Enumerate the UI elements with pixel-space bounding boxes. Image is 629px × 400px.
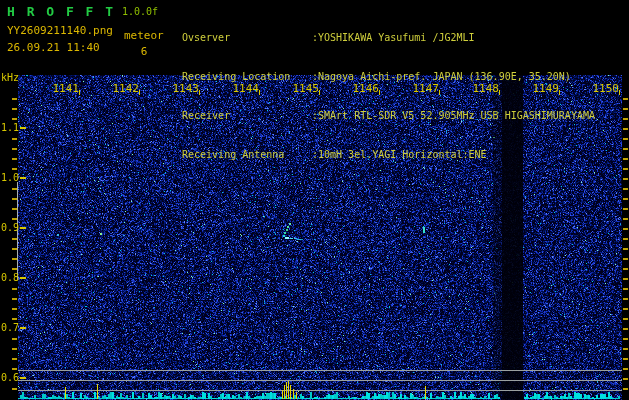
time-label: 1141 <box>52 82 79 95</box>
freq-label: 0.7 <box>0 322 19 333</box>
freq-minor-tick-right <box>623 148 628 150</box>
freq-minor-tick-left <box>12 268 17 270</box>
hrofft-window: H R O F F T 1.0.0f YY2609211140.png mete… <box>0 0 629 400</box>
freq-label: 0.8 <box>0 272 19 283</box>
freq-minor-tick-left <box>12 318 17 320</box>
time-label: 1143 <box>172 82 199 95</box>
time-label: 1146 <box>352 82 379 95</box>
freq-minor-tick-left <box>12 238 17 240</box>
freq-minor-tick-right <box>623 278 628 280</box>
time-label: 1147 <box>412 82 439 95</box>
time-label: 1148 <box>472 82 499 95</box>
freq-major-tick <box>20 277 26 279</box>
time-tick <box>199 90 200 95</box>
time-label: 1149 <box>532 82 559 95</box>
info-row-antenna: Receiving Antenna:10mH 3el.YAGI Horizont… <box>182 148 595 161</box>
meteor-count: 6 <box>133 45 155 58</box>
time-tick <box>559 90 560 95</box>
freq-minor-tick-left <box>12 288 17 290</box>
time-label: 1144 <box>232 82 259 95</box>
app-title: H R O F F T <box>7 4 115 19</box>
freq-minor-tick-right <box>623 178 628 180</box>
freq-minor-tick-left <box>12 248 17 250</box>
time-tick <box>79 90 80 95</box>
freq-minor-tick-left <box>12 108 17 110</box>
time-tick <box>259 90 260 95</box>
time-tick <box>319 90 320 95</box>
info-value: :YOSHIKAWA Yasufumi /JG2MLI <box>312 32 475 43</box>
freq-label: 1.0 <box>0 172 19 183</box>
freq-label: 1.1 <box>0 122 19 133</box>
info-value: :SMArt RTL-SDR V5 52.905MHz USB HIGASHIM… <box>312 110 595 121</box>
freq-minor-tick-right <box>623 348 628 350</box>
freq-major-tick <box>20 127 26 129</box>
freq-minor-tick-left <box>12 358 17 360</box>
freq-minor-tick-right <box>623 98 628 100</box>
freq-minor-tick-left <box>12 158 17 160</box>
info-row-observer: Ovserver:YOSHIKAWA Yasufumi /JG2MLI <box>182 31 595 44</box>
freq-minor-tick-right <box>623 388 628 390</box>
freq-minor-tick-left <box>12 98 17 100</box>
time-tick <box>379 90 380 95</box>
freq-minor-tick-right <box>623 168 628 170</box>
freq-minor-tick-left <box>12 258 17 260</box>
version-label: 1.0.0f <box>122 6 158 17</box>
freq-minor-tick-right <box>623 138 628 140</box>
freq-minor-tick-left <box>12 388 17 390</box>
info-label: Receiver <box>182 109 312 122</box>
freq-minor-tick-left <box>12 368 17 370</box>
freq-minor-tick-left <box>12 188 17 190</box>
freq-minor-tick-right <box>623 118 628 120</box>
time-tick <box>619 90 620 95</box>
freq-minor-tick-left <box>12 118 17 120</box>
freq-minor-tick-right <box>623 198 628 200</box>
freq-minor-tick-right <box>623 358 628 360</box>
freq-axis-unit: kHz <box>1 72 19 83</box>
station-info: Ovserver:YOSHIKAWA Yasufumi /JG2MLI Rece… <box>182 5 595 187</box>
info-label: Receiving Antenna <box>182 148 312 161</box>
freq-minor-tick-right <box>623 268 628 270</box>
freq-major-tick <box>20 327 26 329</box>
freq-minor-tick-left <box>12 218 17 220</box>
time-tick <box>439 90 440 95</box>
freq-minor-tick-right <box>623 208 628 210</box>
freq-minor-tick-left <box>12 298 17 300</box>
info-value: :10mH 3el.YAGI Horizontal:ENE <box>312 149 487 160</box>
freq-minor-tick-right <box>623 188 628 190</box>
mode-label: meteor <box>124 29 164 42</box>
freq-label: 0.9 <box>0 222 19 233</box>
freq-minor-tick-right <box>623 128 628 130</box>
freq-minor-tick-right <box>623 328 628 330</box>
time-label: 1145 <box>292 82 319 95</box>
freq-minor-tick-left <box>12 208 17 210</box>
time-tick <box>139 90 140 95</box>
freq-minor-tick-left <box>12 148 17 150</box>
freq-minor-tick-right <box>623 318 628 320</box>
freq-minor-tick-left <box>12 168 17 170</box>
freq-major-tick <box>20 177 26 179</box>
info-row-receiver: Receiver:SMArt RTL-SDR V5 52.905MHz USB … <box>182 109 595 122</box>
freq-minor-tick-right <box>623 288 628 290</box>
freq-minor-tick-right <box>623 228 628 230</box>
freq-minor-tick-left <box>12 308 17 310</box>
time-label: 1142 <box>112 82 139 95</box>
time-tick <box>499 90 500 95</box>
freq-minor-tick-left <box>12 198 17 200</box>
freq-minor-tick-right <box>623 248 628 250</box>
freq-minor-tick-right <box>623 368 628 370</box>
freq-minor-tick-right <box>623 218 628 220</box>
freq-minor-tick-right <box>623 238 628 240</box>
datetime-label: 26.09.21 11:40 <box>7 41 100 54</box>
freq-label: 0.6 <box>0 372 19 383</box>
freq-minor-tick-left <box>12 338 17 340</box>
info-value: :Nagoya Aichi-pref. JAPAN (136.90E, 35.2… <box>312 71 571 82</box>
output-filename: YY2609211140.png <box>7 24 113 37</box>
time-label: 1150 <box>592 82 619 95</box>
freq-minor-tick-right <box>623 338 628 340</box>
freq-minor-tick-right <box>623 298 628 300</box>
freq-minor-tick-left <box>12 138 17 140</box>
freq-minor-tick-right <box>623 158 628 160</box>
freq-major-tick <box>20 377 26 379</box>
freq-minor-tick-right <box>623 378 628 380</box>
freq-minor-tick-right <box>623 108 628 110</box>
